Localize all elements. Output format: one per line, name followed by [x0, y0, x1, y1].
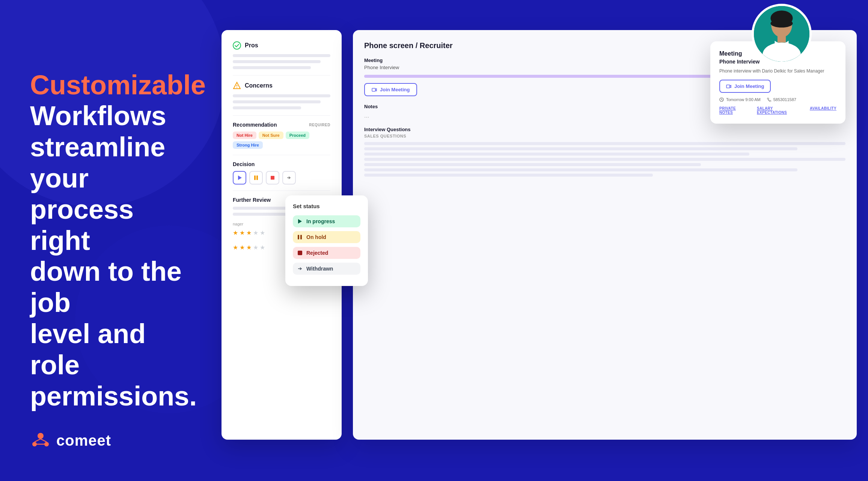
withdrawn-label: Withdrawn	[306, 266, 333, 272]
star-3: ★	[246, 229, 252, 236]
star-4: ★	[253, 229, 258, 236]
pros-title: Pros	[245, 42, 258, 49]
svg-rect-17	[372, 88, 375, 91]
iq-line-1	[364, 142, 845, 145]
availability-link[interactable]: AVAILABILITY	[810, 106, 836, 115]
popup-description: Phone interview with Dario Delkic for Sa…	[719, 68, 836, 74]
svg-rect-14	[298, 235, 299, 239]
not-sure-btn[interactable]: Not Sure	[259, 132, 283, 139]
svg-rect-10	[254, 175, 256, 180]
headline-highlight: Customizable	[30, 70, 206, 100]
private-notes-link[interactable]: PRIVATE NOTES	[719, 106, 749, 115]
status-rejected[interactable]: Rejected	[293, 247, 360, 259]
ui-area: Pros Concerns Recommendation REQUIRED No…	[210, 19, 857, 462]
popup-phone: 5853011587	[767, 97, 796, 102]
svg-rect-15	[300, 235, 302, 239]
recommendation-header: Recommendation REQUIRED	[233, 122, 330, 128]
play-btn[interactable]	[233, 171, 246, 185]
popup-phone-label: 5853011587	[773, 97, 796, 102]
in-progress-icon	[297, 219, 303, 224]
clock-icon	[719, 97, 724, 102]
star-1: ★	[233, 229, 238, 236]
star-5: ★	[260, 229, 265, 236]
star-r2-1: ★	[233, 244, 238, 251]
not-hire-btn[interactable]: Not Hire	[233, 132, 256, 139]
video-icon	[372, 87, 377, 92]
withdrawn-icon	[297, 266, 303, 271]
svg-rect-16	[298, 251, 302, 255]
left-panel: Customizable Workflowsstreamline yourpro…	[0, 0, 210, 481]
set-status-title: Set status	[293, 203, 360, 209]
pause-btn[interactable]	[249, 171, 263, 185]
join-meeting-button[interactable]: Join Meeting	[364, 83, 417, 96]
status-in-progress[interactable]: In progress	[293, 215, 360, 227]
star-r2-4: ★	[253, 244, 258, 251]
svg-point-6	[233, 42, 241, 49]
divider-1	[233, 75, 330, 76]
withdraw-btn[interactable]	[282, 171, 296, 185]
stop-btn[interactable]	[266, 171, 279, 185]
svg-rect-12	[271, 176, 274, 180]
set-status-dropdown[interactable]: Set status In progress On hold Rejected …	[285, 195, 368, 286]
recommendation-buttons: Not Hire Not Sure Proceed Strong Hire	[233, 132, 330, 149]
rejected-label: Rejected	[306, 250, 328, 256]
concerns-section-header: Concerns	[233, 82, 330, 90]
popup-video-icon	[726, 84, 731, 89]
concerns-title: Concerns	[245, 82, 273, 89]
iq-label: Interview Questions	[364, 127, 845, 132]
svg-point-23	[770, 19, 793, 27]
popup-join-button[interactable]: Join Meeting	[719, 80, 771, 93]
recommendation-title: Recommendation	[233, 122, 277, 128]
iq-line-5	[364, 163, 701, 166]
headline: Customizable Workflowsstreamline yourpro…	[30, 70, 188, 412]
pros-line-1	[233, 54, 330, 57]
svg-rect-18	[726, 85, 730, 88]
rejected-icon	[297, 250, 303, 256]
avatar-svg	[754, 6, 809, 62]
logo-area: comeet	[30, 430, 111, 451]
concerns-line-3	[233, 106, 301, 109]
concerns-line-2	[233, 100, 321, 103]
headline-rest: Workflowsstreamline yourprocess rightdow…	[30, 101, 197, 411]
comeet-logo-icon	[30, 430, 51, 451]
pros-section-header: Pros	[233, 41, 330, 50]
status-on-hold[interactable]: On hold	[293, 231, 360, 243]
star-r2-3: ★	[246, 244, 252, 251]
headline-text: Customizable Workflowsstreamline yourpro…	[30, 70, 188, 412]
status-withdrawn[interactable]: Withdrawn	[293, 263, 360, 275]
popup-meta: Tomorrow 9:00 AM 5853011587	[719, 97, 836, 102]
logo-text: comeet	[56, 432, 111, 449]
star-r2-5: ★	[260, 244, 265, 251]
svg-rect-24	[778, 36, 786, 43]
divider-3	[233, 155, 330, 155]
divider-2	[233, 115, 330, 116]
decision-buttons	[233, 171, 330, 185]
pros-line-2	[233, 60, 321, 63]
svg-point-0	[38, 433, 44, 439]
in-progress-label: In progress	[306, 218, 335, 224]
svg-line-3	[35, 439, 41, 442]
svg-point-8	[237, 87, 237, 88]
strong-hire-btn[interactable]: Strong Hire	[233, 141, 263, 149]
star-r2-2: ★	[240, 244, 245, 251]
star-2: ★	[240, 229, 245, 236]
svg-marker-9	[238, 175, 242, 180]
proceed-btn[interactable]: Proceed	[286, 132, 309, 139]
popup-time-label: Tomorrow 9:00 AM	[726, 97, 761, 102]
iq-line-2	[364, 147, 797, 150]
popup-join-label: Join Meeting	[734, 83, 764, 89]
svg-rect-11	[256, 175, 258, 180]
on-hold-label: On hold	[306, 234, 326, 240]
join-meeting-label: Join Meeting	[380, 87, 410, 92]
pros-line-3	[233, 66, 311, 69]
concerns-line-1	[233, 94, 330, 97]
pros-check-icon	[233, 41, 241, 50]
required-badge: REQUIRED	[309, 123, 330, 127]
popup-links: PRIVATE NOTES SALARY EXPECTATIONS AVAILA…	[719, 106, 836, 115]
phone-icon	[767, 97, 771, 102]
on-hold-icon	[297, 234, 303, 240]
decision-title: Decision	[233, 161, 330, 167]
salary-expectations-link[interactable]: SALARY EXPECTATIONS	[757, 106, 802, 115]
candidate-avatar	[752, 4, 812, 64]
concerns-warning-icon	[233, 82, 241, 90]
